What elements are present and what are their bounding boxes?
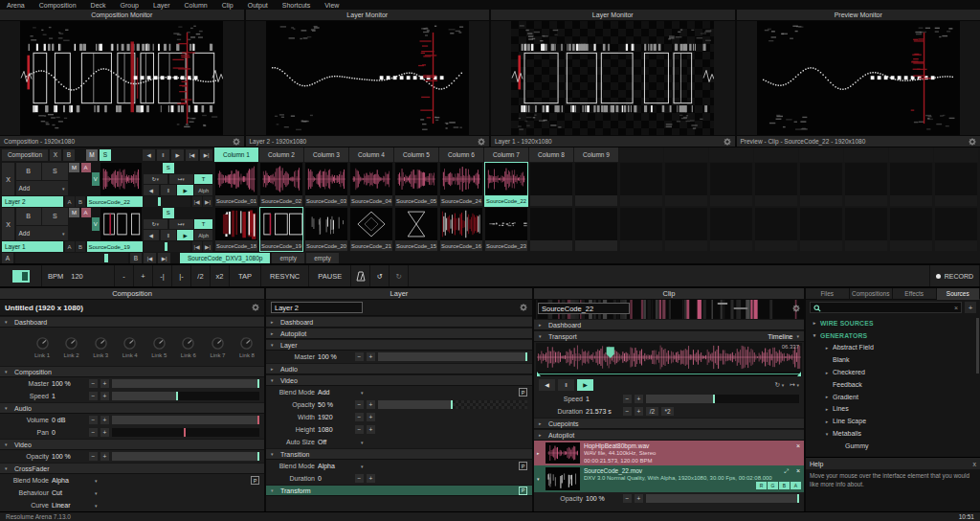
layer-s-button[interactable]: S bbox=[163, 208, 174, 218]
decrement-button[interactable]: − bbox=[623, 494, 632, 503]
decrement-button[interactable]: − bbox=[355, 413, 364, 421]
section-header-transport[interactable]: ▾TransportTimeline▾ bbox=[534, 330, 804, 342]
layer-name-field[interactable]: Layer 2 bbox=[271, 302, 363, 313]
menu-item-column[interactable]: Column bbox=[185, 2, 208, 9]
clip-file-card-video[interactable]: ▾SourceCode_22.movDXV 3.0 Normal Quality… bbox=[534, 465, 804, 492]
layer-clip-progress[interactable] bbox=[144, 196, 190, 207]
decrement-button[interactable]: − bbox=[89, 452, 98, 461]
param-value[interactable]: 100 % bbox=[52, 380, 86, 387]
column-header-1[interactable]: Column 1 bbox=[214, 147, 258, 162]
decrement-button[interactable]: − bbox=[89, 428, 98, 437]
menu-item-view[interactable]: View bbox=[324, 2, 339, 9]
clip-sourcecode_24[interactable]: SourceCode_24 bbox=[439, 162, 483, 207]
clip-sourcecode_19[interactable]: SourceCode_19 bbox=[259, 207, 303, 252]
layer-audio-button[interactable]: A bbox=[81, 163, 91, 172]
layer-pause-button[interactable]: ‖ bbox=[161, 230, 176, 240]
param-dropdown[interactable]: Alpha▾ bbox=[52, 477, 248, 484]
layer-prev-button[interactable]: ◀ bbox=[144, 185, 159, 195]
increment-button[interactable]: + bbox=[100, 428, 109, 437]
section-header-cuepoints[interactable]: ▸Cuepoints bbox=[534, 418, 804, 429]
param-animation-button[interactable]: P bbox=[519, 388, 527, 396]
param-slider[interactable] bbox=[112, 452, 259, 461]
clip-empty[interactable] bbox=[529, 162, 573, 207]
increment-button[interactable]: + bbox=[367, 474, 375, 483]
layer-deck-a-button[interactable]: A bbox=[65, 241, 75, 252]
clip-empty[interactable] bbox=[529, 207, 573, 252]
tree-item-gummy[interactable]: Gummy bbox=[806, 440, 980, 452]
gear-icon[interactable] bbox=[724, 138, 731, 146]
menu-item-arena[interactable]: Arena bbox=[7, 2, 25, 9]
clip-sourcecode_16[interactable]: SourceCode_16 bbox=[439, 207, 483, 252]
metronome-button[interactable] bbox=[351, 265, 370, 286]
param-value[interactable]: 0 dB bbox=[52, 417, 86, 423]
tree-item-line-scape[interactable]: ▸Line Scape bbox=[806, 415, 980, 427]
increment-button[interactable]: + bbox=[100, 416, 109, 424]
section-header-audio[interactable]: ▸Audio bbox=[266, 363, 532, 374]
clip-slot-empty[interactable] bbox=[709, 207, 753, 252]
gear-icon[interactable] bbox=[520, 304, 527, 311]
clip-slot-empty[interactable] bbox=[934, 207, 978, 252]
layer-skip-end-button[interactable]: ▶| bbox=[203, 241, 212, 252]
param-value[interactable]: 0 bbox=[318, 475, 352, 482]
menu-item-output[interactable]: Output bbox=[248, 2, 268, 9]
add-source-button[interactable]: + bbox=[965, 302, 976, 313]
param-value[interactable]: 1080 bbox=[318, 426, 352, 433]
crossfader-a-tab[interactable]: A bbox=[2, 253, 13, 263]
clear-search-icon[interactable]: × bbox=[954, 305, 958, 311]
column-header-9[interactable]: Column 9 bbox=[574, 147, 618, 162]
section-header-crossfader[interactable]: ▾CrossFader bbox=[0, 463, 264, 474]
param-value[interactable]: 50 % bbox=[318, 401, 352, 408]
layer-loop-mode-button[interactable]: ↻ ▾ bbox=[144, 219, 167, 230]
clip-sourcecode_02[interactable]: SourceCode_02 bbox=[259, 162, 303, 207]
gear-icon[interactable] bbox=[969, 138, 976, 146]
clip-slot-empty[interactable] bbox=[889, 207, 933, 252]
deck-skip-end-button[interactable]: ▶| bbox=[158, 253, 170, 263]
composition-bypass-button[interactable]: B bbox=[63, 149, 75, 161]
clip-slot-empty[interactable] bbox=[619, 207, 663, 252]
layer-name-label[interactable]: Layer 2 bbox=[2, 196, 63, 207]
section-header-autopilot[interactable]: ▸Autopilot bbox=[534, 429, 804, 441]
clip-sourcecode_15[interactable]: SourceCode_15 bbox=[394, 207, 438, 252]
param-slider[interactable] bbox=[378, 400, 527, 409]
clip-sourcecode_03[interactable]: SourceCode_03 bbox=[304, 162, 348, 207]
param-value[interactable]: 1 bbox=[586, 396, 620, 402]
clip-empty[interactable] bbox=[574, 162, 618, 207]
layer-video-button[interactable]: V bbox=[92, 217, 100, 231]
deck-tab-1[interactable]: SourceCode_DXV3_1080p bbox=[180, 253, 270, 263]
section-header-audio[interactable]: ▾Audio bbox=[0, 402, 264, 414]
gear-icon[interactable] bbox=[252, 304, 259, 311]
layer-skip-end-button[interactable]: ▶| bbox=[203, 196, 212, 207]
clip-slot-empty[interactable] bbox=[754, 207, 798, 252]
dashboard-knob-link-4[interactable]: Link 4 bbox=[122, 336, 138, 358]
layer-play-button[interactable]: ▶ bbox=[177, 185, 192, 195]
layer-s-button[interactable]: S bbox=[163, 163, 174, 173]
param-dropdown[interactable]: Linear▾ bbox=[52, 502, 259, 509]
clip-loop-range[interactable] bbox=[536, 372, 802, 376]
close-icon[interactable]: x bbox=[973, 461, 977, 467]
layer-skip-start-button[interactable]: |◀ bbox=[192, 196, 202, 207]
increment-button[interactable]: + bbox=[367, 400, 375, 409]
decrement-button[interactable]: − bbox=[623, 395, 632, 403]
dashboard-knob-link-8[interactable]: Link 8 bbox=[239, 336, 255, 358]
skip-start-button[interactable]: |◀ bbox=[186, 149, 198, 161]
decrement-button[interactable]: − bbox=[355, 352, 364, 361]
section-header-layer[interactable]: ▾Layer bbox=[266, 339, 532, 351]
tab-sources[interactable]: Sources bbox=[937, 288, 980, 300]
clip-sourcecode_01[interactable]: SourceCode_01 bbox=[214, 162, 258, 207]
layer-bypass-button[interactable]: B bbox=[16, 163, 41, 180]
bpm-button-[interactable]: -| bbox=[153, 265, 172, 286]
layer-solo-button[interactable]: S bbox=[42, 208, 67, 225]
prev-column-button[interactable]: ◀ bbox=[143, 149, 155, 161]
bpm-button-[interactable]: - bbox=[115, 265, 134, 286]
column-header-7[interactable]: Column 7 bbox=[484, 147, 528, 162]
param-dropdown[interactable]: Cut▾ bbox=[52, 489, 259, 496]
clip-direction-button[interactable]: ↦ ▾ bbox=[790, 381, 799, 389]
dashboard-knob-link-5[interactable]: Link 5 bbox=[151, 336, 167, 358]
increment-button[interactable]: + bbox=[100, 452, 109, 461]
layer-deck-a-button[interactable]: A bbox=[65, 196, 75, 207]
channel-g-button[interactable]: G bbox=[768, 482, 778, 489]
column-header-3[interactable]: Column 3 bbox=[304, 147, 348, 162]
dashboard-knob-link-6[interactable]: Link 6 bbox=[181, 336, 196, 358]
param-slider[interactable] bbox=[112, 392, 259, 400]
section-header-transition[interactable]: ▾Transition bbox=[266, 448, 532, 460]
